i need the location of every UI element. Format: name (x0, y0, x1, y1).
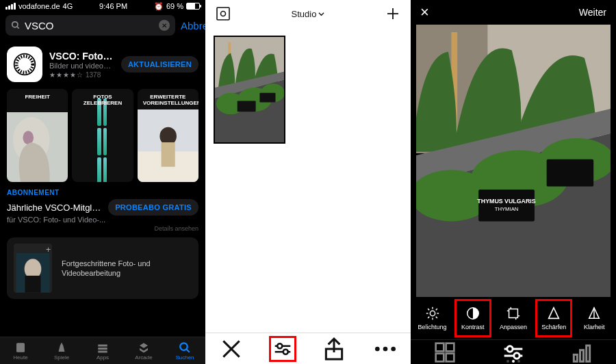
editor-screen: × Weiter THYMUS VULGARISTHYMIAN Belichtu… (411, 0, 616, 364)
add-button[interactable] (385, 5, 401, 22)
studio-topbar: Studio (205, 0, 411, 27)
svg-rect-81 (587, 346, 590, 361)
svg-line-60 (428, 309, 429, 310)
svg-point-21 (221, 12, 226, 16)
screenshot-1[interactable]: FREIHEIT LIKES KOMMENTARE ODER WERBUNG (7, 89, 68, 182)
tab-bar: Heute Spiele Apps Arcade Suchen (0, 337, 205, 364)
screenshot-2-title: FOTOS ZELEBRIEREN (77, 94, 127, 107)
tab-arcade[interactable]: Arcade (123, 337, 164, 364)
photo-grid (205, 27, 411, 333)
trial-button[interactable]: PROBEABO GRATIS (108, 199, 198, 216)
svg-rect-20 (217, 8, 229, 20)
search-result[interactable]: VSCO: Foto- und... Bilder und videos be.… (0, 40, 205, 89)
abo-title: Jährliche VSCO-Mitglied... (7, 203, 103, 213)
chevron-down-icon (318, 11, 324, 17)
abo-details-link[interactable]: Details ansehen (0, 224, 205, 235)
editor-bottombar (411, 339, 616, 364)
sliders-icon[interactable] (269, 336, 296, 362)
card-text: Fortgeschrittene Foto- und Videobearbeit… (62, 259, 192, 278)
alarm-icon: ⏰ (154, 2, 164, 11)
svg-point-18 (180, 343, 188, 350)
svg-rect-65 (509, 309, 518, 318)
cancel-button[interactable]: Abbrechen (181, 20, 205, 31)
studio-title[interactable]: Studio (292, 9, 325, 19)
svg-text:THYMIAN: THYMIAN (495, 206, 519, 212)
screenshot-3-title: ERWEITERTE VOREINSTELLUNGEN (143, 94, 193, 107)
clock: 9:46 PM (99, 2, 127, 10)
app-subtitle: Bilder und videos be... (49, 62, 114, 70)
editor-close-button[interactable]: × (420, 3, 429, 21)
screenshot-2[interactable]: FOTOS ZELEBRIEREN (72, 89, 133, 182)
screenshot-row[interactable]: FREIHEIT LIKES KOMMENTARE ODER WERBUNG F… (0, 89, 205, 182)
appstore-screen: vodafone.de 4G 9:46 PM ⏰ 69 % ✕ Abbreche… (0, 0, 205, 364)
search-icon (11, 21, 21, 30)
app-rating: ★★★★☆ 1378 (49, 71, 114, 79)
tool-contrast[interactable]: Kontrast (454, 299, 491, 337)
update-button[interactable]: AKTUALISIEREN (121, 56, 198, 73)
svg-rect-32 (259, 93, 275, 103)
svg-point-0 (12, 22, 18, 27)
editor-topbar: × Weiter (411, 0, 616, 25)
search-field[interactable]: ✕ (5, 15, 175, 36)
editor-next-button[interactable]: Weiter (579, 7, 606, 18)
search-input[interactable] (25, 20, 155, 31)
tool-row: Belichtung Kontrast Anpassen Schärfen Kl… (411, 297, 616, 339)
presets-icon[interactable] (431, 342, 459, 363)
photo-thumbnail[interactable] (214, 36, 285, 144)
svg-line-63 (435, 309, 437, 310)
tool-sharpen[interactable]: Schärfen (535, 299, 572, 337)
tab-apps[interactable]: Apps (82, 337, 123, 364)
tab-games[interactable]: Spiele (41, 337, 82, 364)
editor-canvas[interactable]: THYMUS VULGARISTHYMIAN (416, 25, 611, 297)
tab-today[interactable]: Heute (0, 337, 41, 364)
svg-line-62 (428, 317, 429, 318)
battery-icon (186, 3, 200, 10)
svg-rect-17 (98, 350, 107, 352)
svg-line-61 (435, 317, 437, 318)
carrier-label: vodafone.de (18, 2, 60, 10)
svg-point-76 (507, 346, 513, 351)
svg-rect-10 (161, 142, 175, 167)
svg-rect-54 (547, 159, 594, 187)
svg-point-40 (375, 346, 380, 351)
tool-exposure[interactable]: Belichtung (414, 299, 451, 337)
page-dots (411, 360, 616, 363)
svg-rect-31 (238, 101, 256, 112)
svg-rect-71 (436, 343, 444, 351)
app-name: VSCO: Foto- und... (49, 51, 114, 62)
studio-screen: Studio (205, 0, 411, 364)
card-thumb: + (14, 244, 52, 293)
app-icon (7, 47, 42, 82)
rating-count: 1378 (86, 71, 101, 79)
svg-rect-16 (98, 348, 107, 350)
tool-clarity[interactable]: Klarheit (576, 299, 613, 337)
share-icon[interactable] (320, 336, 348, 362)
screenshot-1-title: FREIHEIT (12, 94, 62, 101)
svg-point-41 (383, 346, 387, 351)
tab-search[interactable]: Suchen (164, 337, 205, 364)
status-bar: vodafone.de 4G 9:46 PM ⏰ 69 % (0, 0, 205, 12)
svg-rect-15 (98, 344, 107, 346)
history-icon[interactable] (568, 342, 595, 363)
feature-card[interactable]: + Fortgeschrittene Foto- und Videobearbe… (7, 237, 198, 299)
abo-header: ABONNEMENT (0, 182, 205, 196)
svg-line-19 (186, 349, 190, 352)
plus-icon: + (46, 245, 51, 255)
close-icon[interactable] (218, 336, 245, 362)
battery-pct: 69 % (166, 2, 183, 10)
network-label: 4G (63, 2, 73, 10)
svg-point-38 (283, 349, 287, 354)
svg-point-36 (277, 343, 282, 348)
camera-icon[interactable] (215, 5, 231, 22)
svg-point-78 (514, 352, 519, 358)
abo-subtitle: für VSCO: Foto- und Video-... (0, 216, 205, 224)
svg-rect-72 (446, 343, 454, 351)
svg-text:THYMUS VULGARIS: THYMUS VULGARIS (477, 198, 535, 205)
tool-adjust[interactable]: Anpassen (495, 299, 532, 337)
svg-line-1 (17, 27, 19, 29)
screenshot-3[interactable]: ERWEITERTE VOREINSTELLUNGEN (138, 89, 198, 182)
svg-point-55 (430, 311, 435, 315)
more-icon[interactable] (372, 336, 399, 362)
clear-search-icon[interactable]: ✕ (159, 20, 170, 31)
sliders-icon[interactable] (500, 342, 527, 363)
